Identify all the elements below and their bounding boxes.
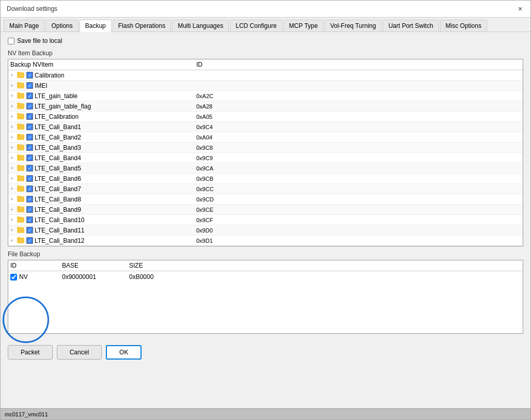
folder-icon: [17, 165, 24, 171]
nv-item-name: Calibration: [35, 72, 64, 79]
check-icon[interactable]: ✓: [26, 82, 33, 89]
nv-table-row[interactable]: + ✓ LTE_Cali_Band5 0x9CA: [8, 163, 523, 174]
nv-table-row[interactable]: + ✓ LTE_Cali_Band10 0x9CF: [8, 215, 523, 225]
nv-table-row[interactable]: + ✓ LTE_gain_table 0xA2C: [8, 91, 523, 101]
nv-item-name: LTE_Cali_Band9: [35, 206, 81, 213]
expand-icon[interactable]: +: [10, 72, 15, 78]
nv-table-row[interactable]: + ✓ LTE_Cali_Band4 0x9C9: [8, 153, 523, 163]
file-backup-label: File Backup: [8, 251, 523, 258]
expand-icon[interactable]: +: [10, 83, 15, 88]
check-icon[interactable]: ✓: [26, 185, 33, 192]
expand-icon[interactable]: +: [10, 114, 15, 119]
status-text: mc0117_vmc011: [5, 411, 48, 417]
check-icon[interactable]: ✓: [26, 92, 33, 99]
nv-item-name: LTE_Cali_Band2: [35, 134, 81, 141]
file-backup-table: ID BASE SIZE NV 0x90000001 0xB0000: [8, 260, 523, 334]
nv-item-id: 0x9D1: [196, 238, 238, 244]
folder-icon: [17, 93, 24, 99]
tab-misc-options[interactable]: Misc Options: [440, 20, 487, 32]
save-file-label: Save file to local: [17, 37, 62, 44]
nv-item-id: 0x9CF: [196, 217, 238, 223]
file-row-checkbox[interactable]: [10, 274, 17, 281]
packet-button[interactable]: Packet: [8, 345, 53, 360]
expand-icon[interactable]: +: [10, 103, 15, 109]
check-icon[interactable]: ✓: [26, 227, 33, 234]
cancel-button[interactable]: Cancel: [57, 345, 102, 360]
expand-icon[interactable]: +: [10, 176, 15, 181]
nv-item-id: 0x9CC: [196, 186, 238, 192]
folder-icon: [17, 176, 24, 181]
nv-table-row[interactable]: + ✓ LTE_Cali_Band3 0x9C8: [8, 143, 523, 153]
expand-icon[interactable]: +: [10, 93, 15, 99]
check-icon[interactable]: ✓: [26, 216, 33, 223]
expand-icon[interactable]: +: [10, 217, 15, 223]
window-title: Download settings: [7, 5, 57, 12]
check-icon[interactable]: ✓: [26, 154, 33, 161]
check-icon[interactable]: ✓: [26, 237, 33, 244]
nv-table-row[interactable]: + ✓ LTE_Calibration 0xA05: [8, 112, 523, 122]
tab-mcp-type[interactable]: MCP Type: [284, 20, 324, 32]
check-icon[interactable]: ✓: [26, 103, 33, 110]
nv-table-row[interactable]: + ✓ LTE_Cali_Band8 0x9CD: [8, 194, 523, 205]
expand-icon[interactable]: +: [10, 186, 15, 192]
nv-item-id: 0x9CB: [196, 176, 238, 182]
folder-icon: [17, 155, 24, 161]
file-table-body: NV 0x90000001 0xB0000: [8, 271, 523, 333]
nv-table-row[interactable]: + ✓ LTE_Cali_Band11 0x9D0: [8, 225, 523, 236]
tab-backup[interactable]: Backup: [80, 20, 112, 32]
expand-icon[interactable]: +: [10, 165, 15, 171]
check-icon[interactable]: ✓: [26, 206, 33, 213]
check-icon[interactable]: ✓: [26, 175, 33, 182]
check-icon[interactable]: ✓: [26, 196, 33, 203]
check-icon[interactable]: ✓: [26, 144, 33, 151]
nv-table-row[interactable]: + ✓ Calibration: [8, 70, 523, 81]
button-bar: Packet Cancel OK: [1, 339, 530, 366]
main-window: Download settings × Main Page Options Ba…: [0, 0, 531, 420]
expand-icon[interactable]: +: [10, 196, 15, 202]
folder-icon: [17, 114, 24, 119]
nv-item-name: LTE_gain_table_flag: [35, 103, 91, 110]
expand-icon[interactable]: +: [10, 207, 15, 212]
check-icon[interactable]: ✓: [26, 72, 33, 79]
file-row-id: NV: [10, 273, 62, 281]
tab-multi-languages[interactable]: Multi Languages: [172, 20, 229, 32]
nv-table-row[interactable]: + ✓ LTE_Cali_Band12 0x9D1: [8, 236, 523, 246]
tab-uart-port[interactable]: Uart Port Switch: [383, 20, 439, 32]
nv-item-name: LTE_Cali_Band10: [35, 216, 85, 224]
tab-lcd-configure[interactable]: LCD Configure: [230, 20, 282, 32]
file-col-header-id: ID: [10, 262, 62, 269]
nv-table-header: Backup NVItem ID: [8, 59, 523, 70]
expand-icon[interactable]: +: [10, 238, 15, 243]
nv-table-body: + ✓ Calibration + ✓ IMEI + ✓ LTE_gain_ta…: [8, 70, 523, 246]
tab-main-page[interactable]: Main Page: [4, 20, 44, 32]
tab-options[interactable]: Options: [45, 20, 78, 32]
expand-icon[interactable]: +: [10, 145, 15, 150]
expand-icon[interactable]: +: [10, 227, 15, 233]
check-icon[interactable]: ✓: [26, 165, 33, 172]
save-file-checkbox[interactable]: [8, 38, 14, 44]
nv-table-row[interactable]: + ✓ LTE_Cali_Band9 0x9CE: [8, 205, 523, 215]
expand-icon[interactable]: +: [10, 124, 15, 130]
nv-item-id: 0x9C9: [196, 155, 238, 161]
tab-vol-freq[interactable]: Vol-Freq Turning: [324, 20, 382, 32]
file-table-row[interactable]: NV 0x90000001 0xB0000: [10, 272, 521, 282]
tab-flash-operations[interactable]: Flash Operations: [113, 20, 171, 32]
nv-item-name: LTE_Cali_Band3: [35, 144, 81, 151]
col-header-nvitem: Backup NVItem: [10, 61, 196, 68]
nv-item-id: 0x9CA: [196, 165, 238, 172]
nv-table-row[interactable]: + ✓ LTE_Cali_Band2 0xA04: [8, 132, 523, 143]
check-icon[interactable]: ✓: [26, 113, 33, 120]
expand-icon[interactable]: +: [10, 155, 15, 161]
nv-table-row[interactable]: + ✓ LTE_Cali_Band7 0x9CC: [8, 184, 523, 194]
nv-table-row[interactable]: + ✓ LTE_gain_table_flag 0xA28: [8, 101, 523, 112]
nv-table-row[interactable]: + ✓ IMEI: [8, 81, 523, 91]
nv-table-row[interactable]: + ✓ LTE_Cali_Band1 0x9C4: [8, 122, 523, 132]
expand-icon[interactable]: +: [10, 134, 15, 140]
check-icon[interactable]: ✓: [26, 134, 33, 141]
file-row-size: 0xB0000: [129, 273, 181, 281]
ok-button[interactable]: OK: [106, 345, 142, 360]
nv-table-row[interactable]: + ✓ LTE_Cali_Band6 0x9CB: [8, 174, 523, 184]
check-icon[interactable]: ✓: [26, 123, 33, 130]
close-button[interactable]: ×: [516, 5, 524, 13]
folder-icon: [17, 207, 24, 212]
